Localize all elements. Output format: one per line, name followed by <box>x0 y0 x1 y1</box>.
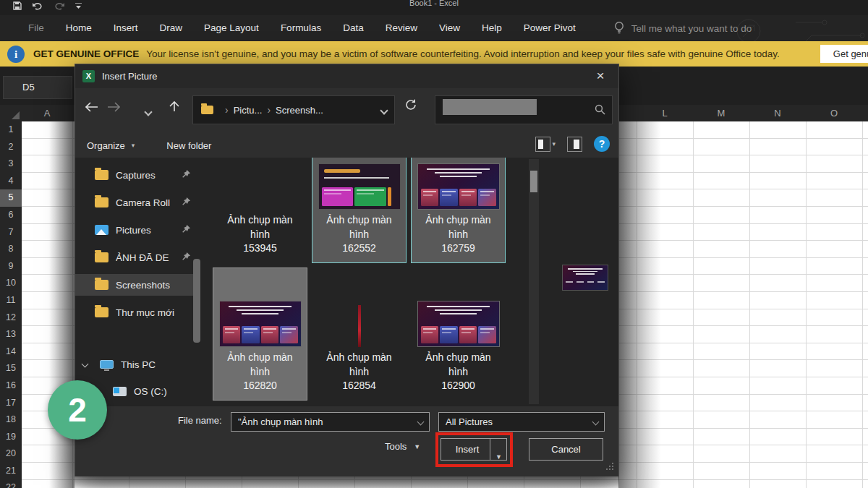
sidebar-item-label: Screenshots <box>116 280 170 291</box>
recent-locations-icon[interactable] <box>139 100 158 121</box>
column-header[interactable]: L <box>637 105 693 121</box>
sidebar-item[interactable]: Pictures <box>75 219 198 241</box>
ribbon-tab[interactable]: Help <box>471 15 513 41</box>
dialog-shadow-right <box>618 121 660 488</box>
row-header[interactable]: 6 <box>0 207 22 224</box>
ribbon-tab[interactable]: Page Layout <box>193 15 270 41</box>
row-header[interactable]: 3 <box>0 155 22 173</box>
address-bar[interactable]: › Pictu... › Screensh... <box>192 95 395 124</box>
file-list: Ảnh chụp màn hình 153945 <box>207 158 536 406</box>
row-header[interactable]: 9 <box>0 258 22 275</box>
file-thumbnail <box>318 163 401 210</box>
ribbon-tab[interactable]: File <box>17 15 55 41</box>
file-item[interactable]: Ảnh chụp màn hình 162759 <box>411 158 506 263</box>
chevron-down-icon[interactable] <box>592 419 600 426</box>
help-icon[interactable]: ? <box>594 136 610 152</box>
breadcrumb-item[interactable]: Screensh... <box>276 105 323 116</box>
row-header[interactable]: 11 <box>0 292 22 309</box>
row-header[interactable]: 20 <box>0 445 22 463</box>
row-header[interactable]: 4 <box>0 173 22 190</box>
column-header[interactable]: M <box>693 105 749 121</box>
row-header[interactable]: 8 <box>0 241 22 258</box>
search-box[interactable] <box>435 95 613 124</box>
watermark-decoration <box>709 15 868 41</box>
new-folder-button[interactable]: New folder <box>166 140 211 151</box>
sidebar-item[interactable]: Camera Roll <box>75 192 198 213</box>
file-name: Ảnh chụp màn hình <box>421 351 496 379</box>
folder-icon <box>100 360 114 369</box>
get-genuine-office-button[interactable]: Get genuine Office <box>820 45 868 63</box>
row-header[interactable]: 10 <box>0 275 22 292</box>
row-header[interactable]: 21 <box>0 463 22 480</box>
change-view-button[interactable]: ▾ <box>535 137 556 152</box>
sidebar-item[interactable]: This PC <box>75 354 198 375</box>
row-header[interactable]: 12 <box>0 309 22 327</box>
folder-icon <box>95 307 109 317</box>
row-header[interactable]: 14 <box>0 343 22 361</box>
sidebar-item[interactable]: Captures <box>75 164 198 186</box>
scrollbar-thumb[interactable] <box>530 171 537 192</box>
sidebar-scrollbar[interactable] <box>193 259 200 343</box>
up-icon[interactable] <box>165 97 184 119</box>
file-name-label: File name: <box>178 415 222 426</box>
file-type-dropdown[interactable]: All Pictures <box>438 412 605 432</box>
row-header[interactable]: 2 <box>0 139 22 156</box>
row-header[interactable]: 5 <box>0 189 22 207</box>
row-header[interactable]: 18 <box>0 411 22 429</box>
ribbon-tab[interactable]: Draw <box>149 15 194 41</box>
ribbon-tab[interactable]: Power Pivot <box>513 15 587 41</box>
preview-pane-icon[interactable] <box>567 137 582 152</box>
forward-icon[interactable] <box>104 97 123 119</box>
row-header[interactable]: 17 <box>0 395 22 412</box>
row-header[interactable]: 7 <box>0 224 22 241</box>
ribbon-tab[interactable]: Data <box>332 15 375 41</box>
file-item[interactable]: Ảnh chụp màn hình 162552 <box>312 158 407 263</box>
row-header[interactable]: 1 <box>0 121 22 139</box>
column-header[interactable]: O <box>806 105 862 121</box>
file-label: Ảnh chụp màn hình 162552 <box>312 213 406 256</box>
file-item[interactable]: Ảnh chụp màn hình 162854 <box>312 267 407 401</box>
chevron-down-icon[interactable] <box>380 106 388 114</box>
name-box[interactable]: D5 <box>3 76 72 99</box>
ribbon-tab[interactable]: Home <box>55 15 103 41</box>
file-item[interactable]: Ảnh chụp màn hình 153945 <box>213 158 307 263</box>
ribbon-tab[interactable]: View <box>428 15 471 41</box>
ribbon-tab[interactable]: Review <box>375 15 428 41</box>
row-header[interactable]: 19 <box>0 429 22 446</box>
file-item[interactable]: Ảnh chụp màn hình 162820 <box>213 267 307 401</box>
sidebar-item-label: Camera Roll <box>116 197 170 208</box>
file-name-input[interactable] <box>238 414 404 430</box>
row-header[interactable]: 15 <box>0 360 22 377</box>
sidebar-item[interactable]: ẢNH ĐÃ DE <box>75 247 198 268</box>
genuine-office-banner: i GET GENUINE OFFICE Your license isn't … <box>0 41 868 67</box>
file-number: 162820 <box>213 379 307 393</box>
expander-icon[interactable] <box>82 361 89 368</box>
file-item[interactable]: Ảnh chụp màn hình 162900 <box>411 267 506 401</box>
file-name-combobox[interactable] <box>231 412 430 432</box>
dialog-command-bar: Organize ▾ New folder ▾ ? <box>75 133 618 158</box>
breadcrumb-separator: › <box>225 104 229 116</box>
row-header[interactable]: 16 <box>0 377 22 395</box>
sidebar-item[interactable]: Thư mục mới <box>75 301 198 323</box>
column-header[interactable]: N <box>749 105 806 121</box>
file-name: Ảnh chụp màn hình <box>223 213 298 241</box>
breadcrumb-item[interactable]: Pictu... <box>234 105 263 116</box>
close-icon[interactable]: × <box>590 66 611 86</box>
row-header[interactable]: 13 <box>0 326 22 343</box>
refresh-icon[interactable] <box>404 98 417 114</box>
cancel-button[interactable]: Cancel <box>529 438 603 461</box>
tools-button[interactable]: Tools ▼ <box>385 441 420 452</box>
organize-button[interactable]: Organize ▾ <box>87 140 135 151</box>
ribbon-tab[interactable]: Insert <box>103 15 149 41</box>
back-icon[interactable] <box>82 97 101 119</box>
ribbon-tab[interactable]: Formulas <box>270 15 332 41</box>
chevron-down-icon[interactable] <box>417 419 425 426</box>
folder-icon <box>95 280 109 290</box>
select-all-icon[interactable] <box>0 105 22 121</box>
column-header[interactable]: A <box>44 108 51 119</box>
file-list-scrollbar[interactable] <box>529 159 539 404</box>
sidebar-item[interactable]: Screenshots <box>75 274 198 296</box>
row-header[interactable]: 22 <box>0 479 22 488</box>
resize-grip-icon[interactable] <box>606 460 614 473</box>
sidebar-item-label: Pictures <box>116 225 151 236</box>
